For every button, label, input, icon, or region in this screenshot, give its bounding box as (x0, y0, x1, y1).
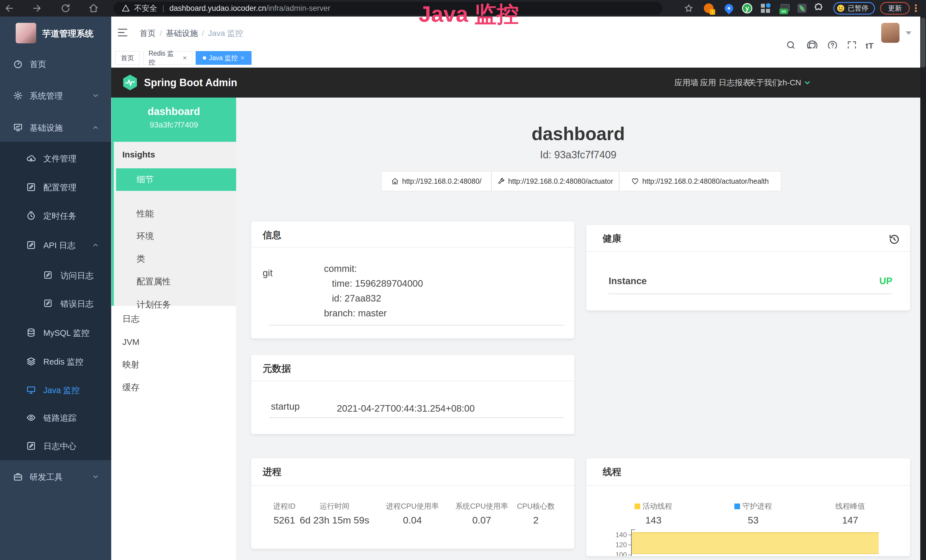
sidebar-item-system-mgmt[interactable]: 系统管理 (0, 81, 111, 110)
chevron-down-icon (803, 79, 811, 87)
breadcrumb-home[interactable]: 首页 (140, 28, 156, 39)
health-card: 健康 Instance UP (586, 224, 910, 311)
info-git-time: time: 1596289704000 (332, 276, 423, 291)
hamburger-icon[interactable] (117, 27, 128, 38)
sidebar-item-api-logs[interactable]: API 日志 (0, 231, 111, 259)
legend-swatch-yellow (634, 504, 640, 509)
sidebar-item-redis-monitor[interactable]: Redis 监控 (0, 347, 111, 376)
chrome-update-button[interactable]: 更新 (880, 2, 910, 15)
bookmark-star-icon[interactable] (684, 3, 694, 14)
tag-java-monitor[interactable]: Java 监控 (196, 51, 251, 65)
page-scrollbar[interactable] (920, 17, 926, 560)
extensions-puzzle-icon[interactable] (813, 3, 824, 14)
sidebar-item-infrastructure[interactable]: 基础设施 (0, 113, 111, 142)
profile-paused-chip[interactable]: 已暂停 (833, 2, 875, 15)
sba-nav-journal[interactable]: 日志报表 (719, 68, 750, 98)
row-underline (269, 417, 564, 418)
info-git-commit: commit: (324, 261, 357, 276)
metadata-card: 元数据 startup 2021-04-27T00:44:31.254+08:0… (251, 354, 575, 434)
sidebar-item-jvm[interactable]: JVM (112, 331, 236, 353)
insights-item-environment[interactable]: 环境 (116, 225, 238, 248)
avatar-caret-icon[interactable] (906, 31, 911, 35)
toolbox-icon (13, 472, 23, 481)
browser-home-button[interactable] (88, 3, 99, 14)
extension-badge: 1 (710, 9, 715, 15)
insights-group: Insights 细节 性能 环境 类 配置属性 计划任务 (112, 142, 236, 306)
address-bar[interactable]: 不安全 | dashboard.yudao.iocoder.cn/infra/a… (113, 2, 663, 15)
chevron-up-icon (92, 241, 99, 249)
extension-icon-orange[interactable]: 1 (703, 3, 714, 14)
insights-item-config-props[interactable]: 配置属性 (116, 271, 238, 293)
extension-icon-pin[interactable] (723, 3, 735, 14)
sidebar-item-mappings[interactable]: 映射 (112, 353, 236, 376)
browser-forward-button[interactable] (32, 3, 42, 14)
process-value-uptime: 6d 23h 15m 59s (300, 515, 369, 526)
browser-reload-button[interactable] (61, 3, 71, 14)
admin-sidebar: 芋道管理系统 首页 系统管理 基础设施 文件管理 配置管理 定时任务 (0, 17, 111, 560)
sidebar-item-log-center[interactable]: 日志中心 (0, 431, 111, 460)
actuator-url-button[interactable]: http://192.168.0.2:48080/actuator (492, 171, 619, 191)
divider (251, 381, 574, 381)
page-title: dashboard (236, 123, 920, 144)
sidebar-item-config-mgmt[interactable]: 配置管理 (0, 173, 111, 201)
health-card-title: 健康 (602, 232, 622, 245)
tag-home[interactable]: 首页 (115, 51, 140, 65)
breadcrumb-infrastructure[interactable]: 基础设施 (166, 28, 198, 39)
sidebar-item-caches[interactable]: 缓存 (112, 376, 236, 399)
sidebar-item-file-mgmt[interactable]: 文件管理 (0, 144, 111, 173)
scrollbar-thumb[interactable] (921, 18, 925, 68)
process-header-uptime: 运行时间 (320, 501, 350, 511)
annotation-java-monitor: Java 监控 (419, 0, 519, 29)
extension-icon-y-green[interactable]: y (741, 3, 753, 14)
health-url-button[interactable]: http://192.168.0.2:48080/actuator/health (619, 171, 781, 191)
chevron-down-icon (92, 92, 99, 99)
sidebar-item-scheduled-tasks[interactable]: 定时任务 (0, 201, 111, 230)
sidebar-item-trace[interactable]: 链路追踪 (0, 403, 111, 432)
sidebar-item-home[interactable]: 首页 (0, 50, 111, 78)
info-key-git: git (263, 268, 272, 278)
sba-nav-wallboard[interactable]: 应用墙 (675, 68, 698, 98)
instance-id: 93a3fc7f7409 (112, 118, 236, 130)
insights-item-classes[interactable]: 类 (116, 248, 238, 270)
sidebar-item-logs[interactable]: 日志 (112, 307, 236, 330)
user-avatar[interactable] (881, 23, 899, 43)
dashboard-icon (13, 59, 23, 69)
history-icon[interactable] (888, 233, 900, 245)
log-edit-icon (43, 271, 53, 280)
eye-icon (26, 413, 36, 422)
gear-icon (13, 91, 23, 100)
breadcrumb-current: Java 监控 (208, 28, 243, 39)
extension-icon-on-switch[interactable]: on (779, 3, 791, 14)
close-icon[interactable] (183, 54, 187, 61)
sidebar-item-dev-tools[interactable]: 研发工具 (0, 462, 111, 491)
sba-nav-applications[interactable]: 应用 (700, 68, 716, 98)
sba-language-select[interactable]: zh-CN (779, 68, 811, 98)
sidebar-item-mysql-monitor[interactable]: MySQL 监控 (0, 318, 111, 347)
log-edit-icon (26, 441, 36, 451)
browser-back-button[interactable] (4, 3, 14, 14)
sba-brand[interactable]: Spring Boot Admin (144, 77, 237, 89)
instance-header[interactable]: dashboard 93a3fc7f7409 (112, 98, 236, 142)
metadata-card-title: 元数据 (263, 362, 291, 375)
sidebar-item-java-monitor[interactable]: Java 监控 (0, 376, 111, 404)
chevron-up-icon (92, 124, 99, 131)
insights-item-details[interactable]: 细节 (116, 168, 238, 191)
sidebar-item-access-logs[interactable]: 访问日志 (0, 261, 111, 289)
service-url-button[interactable]: http://192.168.0.2:48080/ (381, 171, 492, 191)
url-separator: | (162, 4, 164, 13)
url-path: /infra/admin-server (266, 4, 330, 13)
breadcrumb: 首页 / 基础设施 / Java 监控 (140, 28, 243, 39)
health-status-badge: UP (879, 275, 892, 286)
sidebar-item-error-logs[interactable]: 错误日志 (0, 289, 111, 318)
close-icon[interactable] (241, 54, 244, 61)
extension-icon-leaf[interactable] (796, 3, 808, 14)
sba-nav-about[interactable]: 关于我们 (748, 68, 780, 98)
log-edit-icon (43, 299, 53, 309)
not-secure-label: 不安全 (134, 3, 157, 14)
browser-menu-kebab-icon[interactable] (915, 3, 917, 13)
tag-redis-monitor[interactable]: Redis 监控 (143, 51, 192, 65)
extension-icon-grid[interactable] (760, 3, 771, 14)
y-tick-100: 100 (607, 551, 627, 556)
insights-item-metrics[interactable]: 性能 (116, 203, 238, 225)
profile-paused-label: 已暂停 (848, 4, 869, 13)
